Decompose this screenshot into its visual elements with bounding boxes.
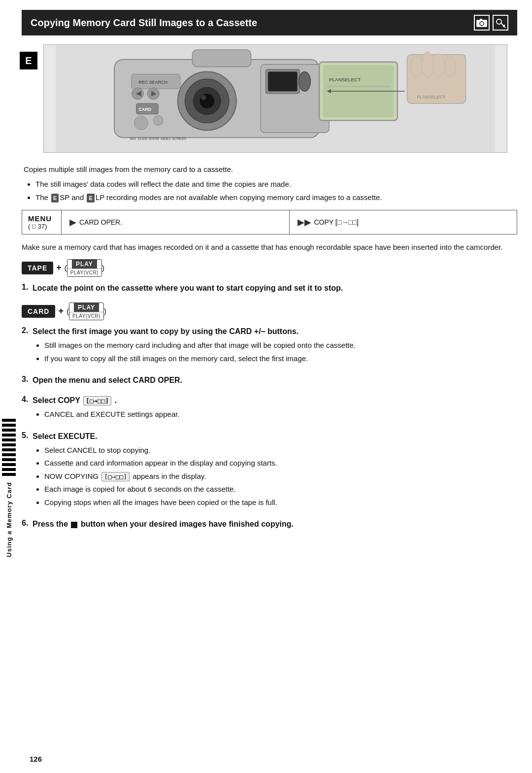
menu-ref: □ [32,223,36,230]
step-5-bullet-2: Cassette and card information appear in … [44,458,517,469]
intro-bullet-2: The ESP and ELP recording modes are not … [35,192,517,203]
step-6-num: 6. [22,519,33,528]
step-2-bullets: Still images on the memory card includin… [44,340,517,364]
svg-point-38 [411,56,423,78]
play-sub-1: PLAY(VCR) [67,269,101,276]
elp-badge: E [87,194,94,203]
step-2-num: 2. [22,326,33,335]
menu-arrow-1: ▶ [69,217,76,228]
close-paren-2: ) [104,307,106,315]
svg-point-24 [134,116,148,130]
play-label-2: PLAY [74,303,99,312]
stop-button-icon [71,522,77,528]
menu-label: MENU ( □ 37) [22,210,62,234]
camera-icon [474,15,490,31]
intro-bullet-1: The still images' data codes will reflec… [35,179,517,190]
svg-text:◀: ◀ [136,89,141,97]
step-6-heading: Press the button when your desired image… [33,519,517,530]
step-4-num: 4. [22,395,33,404]
step-6-content: Press the button when your desired image… [33,519,517,533]
bullet-1-text: The still images' data codes will reflec… [35,180,291,188]
step-2-content: Select the first image you want to copy … [33,326,517,369]
step-4-bullets: CANCEL and EXECUTE settings appear. [44,409,517,420]
esp-badge: E [51,194,59,203]
step-3-content: Open the menu and select CARD OPER. [33,375,517,389]
svg-point-39 [422,52,433,77]
menu-arrow-2: ▶▶ [298,217,311,228]
svg-rect-15 [193,50,251,67]
sidebar: Using a Memory Card [0,404,18,773]
menu-section: MENU ( □ 37) ▶ CARD OPER. ▶▶ COPY [□→□□] [22,210,517,235]
menu-step-2: ▶▶ COPY [□→□□] [290,210,517,234]
copy-symbol-2: [□→□□] [101,472,130,481]
step-1-heading: Locate the point on the cassette where y… [33,283,517,294]
step-5-bullet-1: Select CANCEL to stop copying. [44,445,517,456]
card-button[interactable]: CARD [22,305,55,318]
svg-text:CARD: CARD [139,107,152,112]
bullet-2-text: The ESP and ELP recording modes are not … [35,193,382,202]
sidebar-label: Using a Memory Card [5,482,13,557]
header-icons [474,15,508,31]
play-sub-2: PLAY(VCR) [69,312,103,320]
plus-sign-1: + [56,263,62,273]
intro-line1: Copies multiple still images from the me… [24,164,517,175]
key-icon [493,15,508,31]
page-number: 126 [30,755,42,763]
svg-point-41 [445,57,456,77]
play-button-1[interactable]: PLAY PLAY(VCR) [67,259,102,277]
step-2-bullet-1: Still images on the memory card includin… [44,340,517,351]
step-3-num: 3. [22,375,33,384]
menu-step-1: ▶ CARD OPER. [62,210,290,234]
menu-step-2-text: COPY [□→□□] [314,218,359,226]
step-1-content: Locate the point on the cassette where y… [33,283,517,297]
menu-word: MENU [28,214,55,223]
step-4-content: Select COPY [□→□□] . CANCEL and EXECUTE … [33,395,517,425]
camera-illustration: REC SEARCH ◀ ▶ CARD MIX SLIDE SHOW INDEX… [43,44,507,153]
step-4-row: 4. Select COPY [□→□□] . CANCEL and EXECU… [22,395,517,425]
sidebar-decoration [2,419,16,478]
svg-point-25 [153,116,163,126]
svg-text:PLANSELECT: PLANSELECT [329,77,361,82]
step-5-bullet-3: NOW COPYING [□→□□] appears in the displa… [44,471,517,482]
svg-text:INDEX SCREEN: INDEX SCREEN [161,137,186,140]
step-1-num: 1. [22,283,33,292]
step-3-heading: Open the menu and select CARD OPER. [33,375,517,386]
step-1-row: 1. Locate the point on the cassette wher… [22,283,517,297]
svg-text:PLANSELECT: PLANSELECT [417,95,445,100]
close-paren-1: ) [102,264,104,272]
main-content: Copying Memory Card Still Images to a Ca… [22,0,517,533]
step-4-bullet-1: CANCEL and EXECUTE settings appear. [44,409,517,420]
menu-step-1-text: CARD OPER. [79,218,122,226]
step-2-heading: Select the first image you want to copy … [33,326,517,337]
card-play-combo: CARD + ( PLAY PLAY(VCR) ) [22,302,517,320]
svg-point-14 [201,95,206,100]
step-4-heading: Select COPY [□→□□] . [33,395,517,406]
step-6-row: 6. Press the button when your desired im… [22,519,517,533]
plus-sign-2: + [58,306,64,316]
svg-text:SLIDE SHOW: SLIDE SHOW [138,137,160,140]
page-header: Copying Memory Card Still Images to a Ca… [22,10,517,35]
play-label-1: PLAY [72,260,97,269]
svg-point-32 [299,72,311,92]
svg-rect-31 [268,72,297,92]
step-5-content: Select EXECUTE. Select CANCEL to stop co… [33,431,517,513]
tape-play-combo: TAPE + ( PLAY PLAY(VCR) ) [22,259,517,277]
menu-sub: ( □ 37) [28,223,55,230]
step-5-bullets: Select CANCEL to stop copying. Cassette … [44,445,517,508]
intro-bullets: The still images' data codes will reflec… [35,179,517,203]
step-3-row: 3. Open the menu and select CARD OPER. [22,375,517,389]
step-5-bullet-4: Each image is copied for about 6 seconds… [44,484,517,495]
step-2-bullet-2: If you want to copy all the still images… [44,353,517,365]
intro-section: Copies multiple still images from the me… [24,164,517,203]
step-5-heading: Select EXECUTE. [33,431,517,442]
play-button-2[interactable]: PLAY PLAY(VCR) [69,302,104,320]
svg-text:▶: ▶ [151,89,157,97]
header-title: Copying Memory Card Still Images to a Ca… [31,17,257,29]
svg-rect-3 [480,19,482,21]
svg-text:REC SEARCH: REC SEARCH [139,80,167,85]
svg-text:MIX: MIX [130,137,136,140]
pre-step-text: Make sure a memory card that has images … [22,241,517,253]
tape-button[interactable]: TAPE [22,262,53,274]
copy-symbol-1: [□→□□] [83,396,111,405]
step-5-num: 5. [22,431,33,440]
